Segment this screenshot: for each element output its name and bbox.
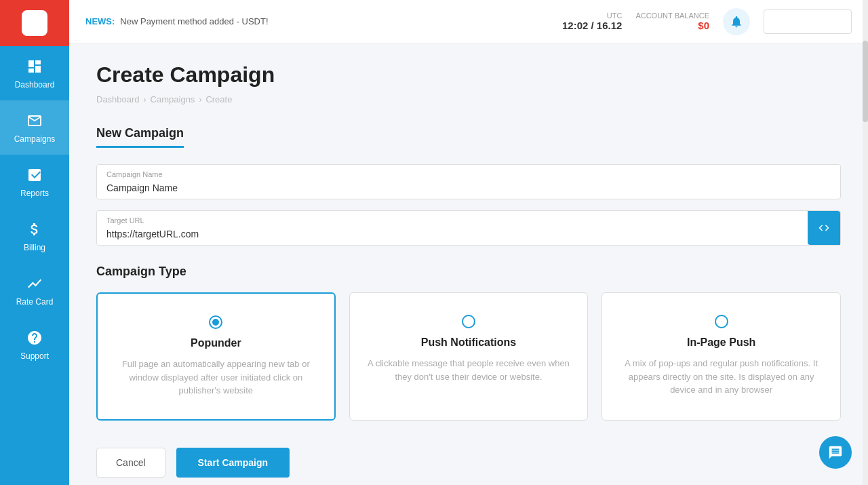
support-icon	[25, 328, 44, 347]
popunder-name: Popunder	[114, 337, 318, 349]
campaign-type-label: Campaign Type	[96, 265, 841, 279]
breadcrumb: Dashboard › Campaigns › Create	[96, 94, 841, 104]
sidebar-item-label: Dashboard	[15, 80, 55, 90]
topbar-action-button[interactable]	[764, 9, 852, 34]
sidebar: Dashboard Campaigns Reports Billing Rate…	[0, 0, 69, 485]
dashboard-icon	[25, 57, 44, 76]
footer-bar: Cancel Start Campaign	[96, 448, 841, 486]
logo-icon	[22, 10, 47, 36]
scrollbar-track	[863, 0, 868, 485]
topbar-right: UTC 12:02 / 16.12 ACCOUNT BALANCE $0	[562, 8, 852, 35]
inpage-radio	[715, 315, 728, 328]
sidebar-item-label: Support	[20, 351, 49, 361]
new-campaign-section: New Campaign Campaign Name Target URL	[96, 126, 841, 246]
page-content: Create Campaign Dashboard › Campaigns › …	[69, 43, 868, 485]
sidebar-item-label: Billing	[24, 243, 45, 252]
news-bar: NEWS: New Payment method added - USDT!	[85, 16, 562, 26]
inpage-desc: A mix of pop-ups and regular push notifi…	[618, 357, 824, 397]
sidebar-item-rate-card[interactable]: Rate Card	[0, 263, 69, 317]
balance-value: $0	[698, 20, 709, 31]
topbar: NEWS: New Payment method added - USDT! U…	[69, 0, 868, 43]
push-name: Push Notifications	[366, 336, 572, 349]
breadcrumb-campaigns[interactable]: Campaigns	[151, 94, 195, 104]
sidebar-item-campaigns[interactable]: Campaigns	[0, 100, 69, 155]
campaign-card-inpage[interactable]: In-Page Push A mix of pop-ups and regula…	[601, 292, 841, 421]
main-wrapper: NEWS: New Payment method added - USDT! U…	[69, 0, 868, 485]
balance-label: ACCOUNT BALANCE	[635, 12, 709, 20]
target-url-input[interactable]	[97, 211, 808, 245]
sidebar-item-billing[interactable]: Billing	[0, 209, 69, 263]
target-url-group: Target URL	[96, 210, 841, 246]
scrollbar-thumb[interactable]	[863, 41, 868, 122]
utc-block: UTC 12:02 / 16.12	[562, 12, 622, 32]
balance-block: ACCOUNT BALANCE $0	[635, 12, 709, 32]
campaign-type-section: Campaign Type Popunder Full page an auto…	[96, 265, 841, 421]
section-title: New Campaign	[96, 126, 184, 148]
reports-icon	[25, 166, 44, 185]
campaign-type-grid: Popunder Full page an automatically appe…	[96, 292, 841, 421]
target-url-label: Target URL	[106, 216, 144, 225]
start-campaign-button[interactable]: Start Campaign	[176, 448, 290, 478]
push-desc: A clickable message that people receive …	[366, 357, 572, 383]
breadcrumb-create: Create	[205, 94, 232, 104]
inpage-name: In-Page Push	[618, 336, 824, 349]
popunder-radio	[209, 315, 222, 329]
campaign-card-popunder[interactable]: Popunder Full page an automatically appe…	[96, 292, 336, 421]
sidebar-item-label: Reports	[20, 189, 49, 198]
sidebar-logo	[0, 0, 69, 46]
campaign-name-group: Campaign Name	[96, 164, 841, 199]
news-text: New Payment method added - USDT!	[120, 16, 268, 26]
rate-card-icon	[25, 274, 44, 293]
sidebar-item-dashboard[interactable]: Dashboard	[0, 46, 69, 100]
utc-label: UTC	[562, 12, 622, 20]
sidebar-item-label: Campaigns	[14, 134, 56, 144]
chat-bubble-button[interactable]	[819, 436, 852, 469]
news-label: NEWS:	[85, 16, 115, 26]
breadcrumb-sep-2: ›	[199, 95, 201, 104]
url-format-button[interactable]	[808, 211, 840, 245]
campaign-name-label: Campaign Name	[106, 170, 163, 178]
page-title: Create Campaign	[96, 62, 841, 88]
sidebar-item-support[interactable]: Support	[0, 317, 69, 372]
campaign-card-push[interactable]: Push Notifications A clickable message t…	[349, 292, 589, 421]
billing-icon	[25, 220, 44, 239]
sidebar-item-reports[interactable]: Reports	[0, 155, 69, 209]
campaigns-icon	[25, 111, 44, 130]
target-url-wrapper	[97, 211, 840, 245]
push-radio	[462, 315, 475, 328]
popunder-desc: Full page an automatically appearing new…	[114, 357, 318, 397]
sidebar-item-label: Rate Card	[16, 297, 54, 307]
utc-value: 12:02 / 16.12	[562, 20, 622, 31]
notification-bell-button[interactable]	[723, 8, 750, 35]
cancel-button[interactable]: Cancel	[96, 448, 165, 478]
breadcrumb-sep-1: ›	[144, 95, 146, 104]
campaign-name-input[interactable]	[97, 165, 840, 199]
breadcrumb-dashboard[interactable]: Dashboard	[96, 94, 140, 104]
